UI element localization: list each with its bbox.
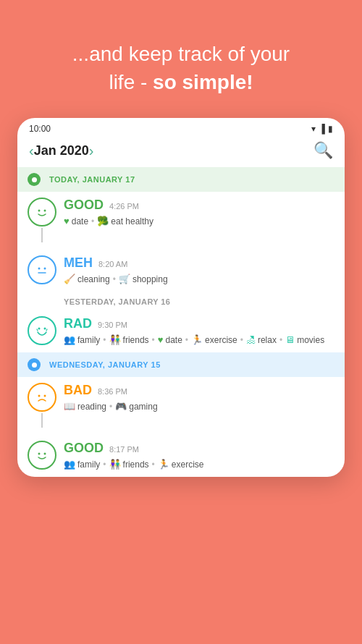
entries-list: TODAY, JANUARY 17 GOOD xyxy=(17,167,345,477)
wednesday-dot-inner xyxy=(32,363,37,368)
entry-tags-rad-1: 👥 family • 👫 friends • ♥ date xyxy=(64,334,334,345)
dot-sep-4: • xyxy=(152,335,155,345)
tag-label-exercise: exercise xyxy=(205,335,237,345)
tag-label-relax: relax xyxy=(258,335,277,345)
tag-label-exercise-wed: exercise xyxy=(172,459,204,470)
tag-label-family: family xyxy=(77,335,100,345)
tag-exercise-rad: 🏃 exercise xyxy=(191,334,237,345)
movies-icon: 🖥 xyxy=(285,334,295,345)
tag-label-friends: friends xyxy=(123,335,149,345)
signal-icon: ▐ xyxy=(319,124,325,134)
tag-label-gaming: gaming xyxy=(129,402,157,412)
heart-icon-2: ♥ xyxy=(158,334,164,345)
wednesday-label: WEDNESDAY, JANUARY 15 xyxy=(49,360,161,369)
exercise-icon: 🏃 xyxy=(191,334,203,345)
dot-sep-9: • xyxy=(103,459,106,470)
connector-line-1 xyxy=(41,228,43,242)
entry-row-rad-1[interactable]: RAD 9:30 PM 👥 family • 👫 friends xyxy=(17,310,345,351)
relax-icon: 🏖 xyxy=(246,334,256,345)
healthy-icon: 🥦 xyxy=(97,216,109,226)
header-line1: ...and keep track of your xyxy=(72,43,290,65)
friends-icon-2: 👫 xyxy=(109,459,121,470)
tag-eat-healthy: 🥦 eat healthy xyxy=(97,216,153,226)
tag-label-friends-wed: friends xyxy=(123,459,149,470)
friends-icon: 👫 xyxy=(109,334,121,345)
entry-row-meh-1[interactable]: MEH 8:20 AM 🧹 cleaning • 🛒 shopping xyxy=(17,250,345,290)
svg-point-9 xyxy=(38,395,41,397)
dot-sep-10: • xyxy=(152,459,155,470)
tag-cleaning: 🧹 cleaning xyxy=(64,274,110,284)
entry-mood-row-good-wed: GOOD 8:17 PM xyxy=(64,441,334,456)
day-header-wednesday: WEDNESDAY, JANUARY 15 xyxy=(17,352,345,377)
yesterday-label: YESTERDAY, JANUARY 16 xyxy=(64,297,334,306)
entry-row-bad-1[interactable]: BAD 8:36 PM 📖 reading • 🎮 gaming xyxy=(17,377,345,435)
tag-label-eat-healthy: eat healthy xyxy=(111,216,153,226)
tag-movies-rad: 🖥 movies xyxy=(285,334,324,345)
mood-face-good-wed xyxy=(28,441,56,470)
entry-mood-row-meh-1: MEH 8:20 AM xyxy=(64,255,334,271)
svg-point-1 xyxy=(44,210,46,212)
entry-row-good-wed[interactable]: GOOD 8:17 PM 👥 family • 👫 friends xyxy=(17,435,345,475)
svg-point-0 xyxy=(38,210,41,212)
family-icon: 👥 xyxy=(64,334,75,345)
prev-month-button[interactable]: ‹ xyxy=(29,143,34,159)
dot-sep-5: • xyxy=(185,335,188,345)
entry-row-good-1[interactable]: GOOD 4:26 PM ♥ date • 🥦 eat healthy xyxy=(17,192,345,250)
today-dot-inner xyxy=(32,177,37,182)
phone-frame: 10:00 ▾ ▐ ▮ ‹ Jan 2020 › 🔍 TODAY, JANUAR… xyxy=(17,118,345,477)
next-month-button[interactable]: › xyxy=(89,143,94,159)
tag-gaming: 🎮 gaming xyxy=(115,401,157,412)
mood-label-good-wed: GOOD xyxy=(64,441,104,456)
connector-line-2 xyxy=(41,413,43,428)
header-section: ...and keep track of your life - so simp… xyxy=(0,0,362,118)
header-line2-normal: life - xyxy=(109,71,153,93)
entry-mood-row-rad-1: RAD 9:30 PM xyxy=(64,316,334,331)
mood-face-rad-1 xyxy=(28,316,56,345)
day-section-yesterday: YESTERDAY, JANUARY 16 xyxy=(17,292,345,351)
status-icons: ▾ ▐ ▮ xyxy=(311,124,333,134)
entry-time-good-wed: 8:17 PM xyxy=(109,445,139,454)
status-bar: 10:00 ▾ ▐ ▮ xyxy=(17,118,345,137)
entry-mood-row-good-1: GOOD 4:26 PM xyxy=(64,198,334,213)
search-button[interactable]: 🔍 xyxy=(313,141,333,160)
tag-shopping: 🛒 shopping xyxy=(119,274,168,284)
entry-content-good-wed: GOOD 8:17 PM 👥 family • 👫 friends xyxy=(64,441,334,470)
svg-point-2 xyxy=(38,268,41,270)
entry-time-bad-1: 8:36 PM xyxy=(98,387,127,396)
mood-label-good-1: GOOD xyxy=(64,198,104,213)
nav-bar: ‹ Jan 2020 › 🔍 xyxy=(17,137,345,167)
tag-date-rad: ♥ date xyxy=(158,334,182,345)
mood-label-rad-1: RAD xyxy=(64,316,92,331)
svg-point-3 xyxy=(44,268,46,270)
mood-face-meh-1 xyxy=(28,255,56,284)
svg-line-7 xyxy=(37,329,38,331)
entry-mood-row-bad-1: BAD 8:36 PM xyxy=(64,383,334,398)
tag-label-family-wed: family xyxy=(77,459,100,470)
entry-time-meh-1: 8:20 AM xyxy=(98,260,127,268)
entry-time-rad-1: 9:30 PM xyxy=(98,321,127,329)
status-time: 10:00 xyxy=(29,124,51,134)
tag-label-movies: movies xyxy=(297,335,324,345)
entry-time-good-1: 4:26 PM xyxy=(109,202,139,211)
entry-tags-meh-1: 🧹 cleaning • 🛒 shopping xyxy=(64,274,334,284)
entry-icon-col-good-wed xyxy=(28,441,56,470)
tag-label-date-1: date xyxy=(72,216,88,226)
mood-label-bad-1: BAD xyxy=(64,383,92,398)
wifi-icon: ▾ xyxy=(311,124,316,134)
mood-face-bad-1 xyxy=(28,383,56,412)
entry-content-bad-1: BAD 8:36 PM 📖 reading • 🎮 gaming xyxy=(64,383,334,412)
tag-relax-rad: 🏖 relax xyxy=(246,334,277,345)
entry-content-good-1: GOOD 4:26 PM ♥ date • 🥦 eat healthy xyxy=(64,198,334,226)
day-section-wednesday: WEDNESDAY, JANUARY 15 BA xyxy=(17,352,345,475)
tag-label-cleaning: cleaning xyxy=(77,274,110,284)
svg-line-8 xyxy=(46,329,47,331)
entry-icon-col-rad-1 xyxy=(28,316,56,345)
dot-sep-6: • xyxy=(240,335,243,345)
family-icon-2: 👥 xyxy=(64,459,75,470)
wednesday-dot xyxy=(28,358,41,371)
reading-icon: 📖 xyxy=(64,401,75,412)
dot-sep-3: • xyxy=(103,335,106,345)
tag-label-shopping: shopping xyxy=(132,274,168,284)
tag-family-rad: 👥 family xyxy=(64,334,100,345)
tag-friends-rad: 👫 friends xyxy=(109,334,149,345)
